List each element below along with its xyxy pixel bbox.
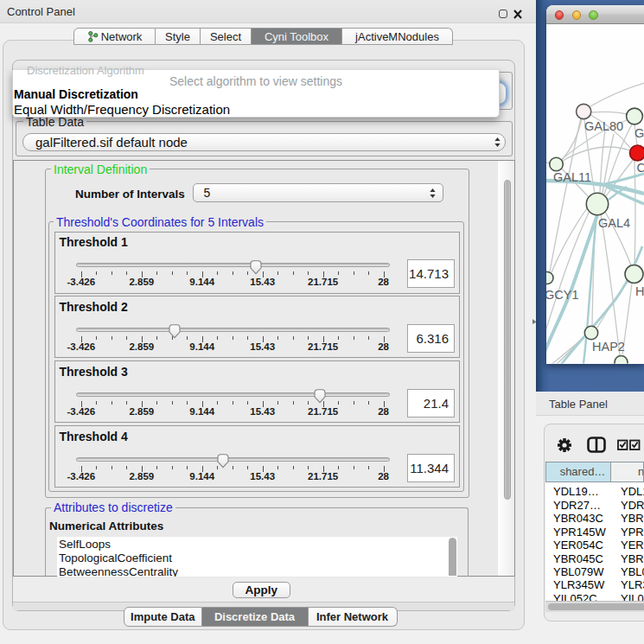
svg-text:H: H — [635, 284, 644, 298]
svg-text:C: C — [637, 161, 644, 175]
svg-text:GAL4: GAL4 — [598, 216, 630, 230]
svg-text:GA: GA — [634, 126, 644, 140]
svg-text:GCY1: GCY1 — [545, 288, 579, 302]
svg-text:HAP2: HAP2 — [592, 340, 625, 354]
svg-text:GAL80: GAL80 — [584, 119, 623, 133]
svg-text:GAL11: GAL11 — [553, 170, 591, 184]
